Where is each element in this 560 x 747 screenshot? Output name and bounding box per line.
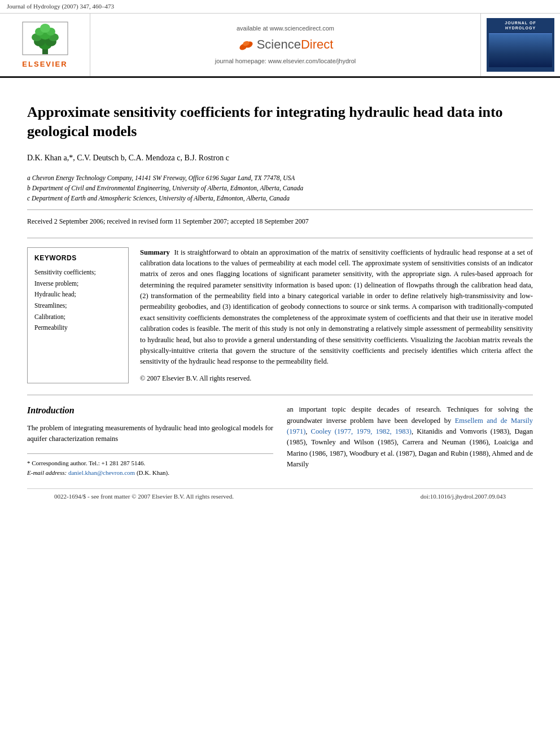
authors-line: D.K. Khan a,*, C.V. Deutsch b, C.A. Mend… — [27, 152, 533, 164]
journal-cover-block: JOURNAL OF HYDROLOGY — [481, 14, 560, 76]
sciencedirect-text: ScienceDirect — [257, 36, 334, 54]
intro-left-col: Introduction The problem of integrating … — [27, 404, 273, 477]
main-content: Approximate sensitivity coefficients for… — [0, 78, 560, 516]
elsevier-tree-icon — [20, 20, 71, 57]
ref-cooley: Cooley (1977, 1979, 1982, 1983) — [311, 427, 412, 435]
intro-section-title: Introduction — [27, 404, 273, 417]
article-title: Approximate sensitivity coefficients for… — [27, 103, 533, 141]
doi-text: doi:10.1016/j.jhydrol.2007.09.043 — [421, 492, 506, 501]
affiliation-c: c Department of Earth and Atmospheric Sc… — [27, 193, 533, 203]
corresponding-author-note: * Corresponding author. Tel.: +1 281 287… — [27, 458, 273, 468]
svg-point-9 — [40, 24, 50, 33]
intro-text-right: an important topic despite decades of re… — [287, 404, 533, 470]
email-label: E-mail address: — [27, 469, 68, 476]
issn-text: 0022-1694/$ - see front matter © 2007 El… — [54, 492, 234, 501]
keywords-title: KEYWORDS — [34, 254, 121, 263]
summary-box: Summary It is straightforward to obtain … — [140, 247, 533, 384]
affiliations-block: a Chevron Energy Technology Company, 141… — [27, 173, 533, 204]
divider-1 — [27, 209, 533, 210]
email-note: E-mail address: daniel.khan@chevron.com … — [27, 468, 273, 478]
affiliation-b: b Department of Civil and Environmental … — [27, 183, 533, 193]
footnote-section: * Corresponding author. Tel.: +1 281 287… — [27, 453, 273, 477]
summary-text: It is straightforward to obtain an appro… — [140, 248, 533, 366]
divider-3 — [27, 395, 533, 395]
keyword-4: Streamlines; — [34, 300, 121, 312]
bottom-bar: 0022-1694/$ - see front matter © 2007 El… — [27, 488, 533, 504]
journal-header: ELSEVIER available at www.sciencedirect.… — [0, 14, 560, 78]
summary-label: Summary — [140, 248, 170, 256]
introduction-section: Introduction The problem of integrating … — [27, 404, 533, 477]
elsevier-brand-text: ELSEVIER — [22, 59, 67, 69]
divider-2 — [27, 238, 533, 238]
available-text: available at www.sciencedirect.com — [237, 24, 334, 33]
keyword-5: Calibration; — [34, 312, 121, 323]
keywords-list: Sensitivity coefficients; Inverse proble… — [34, 267, 121, 333]
abstract-section: KEYWORDS Sensitivity coefficients; Inver… — [27, 247, 533, 384]
sciencedirect-block: available at www.sciencedirect.com Scien… — [90, 14, 481, 76]
intro-text-left: The problem of integrating measurements … — [27, 423, 273, 445]
sciencedirect-logo: ScienceDirect — [238, 36, 334, 54]
journal-homepage-text: journal homepage: www.elsevier.com/locat… — [215, 57, 356, 65]
keyword-2: Inverse problem; — [34, 278, 121, 290]
received-line: Received 2 September 2006; received in r… — [27, 217, 533, 226]
copyright-text: © 2007 Elsevier B.V. All rights reserved… — [140, 373, 533, 384]
email-value: daniel.khan@chevron.com — [68, 469, 135, 476]
keyword-3: Hydraulic head; — [34, 289, 121, 300]
elsevier-logo-block: ELSEVIER — [0, 14, 90, 76]
affiliation-a: a Chevron Energy Technology Company, 141… — [27, 173, 533, 183]
keywords-box: KEYWORDS Sensitivity coefficients; Inver… — [27, 247, 129, 384]
journal-cover-art — [489, 33, 552, 67]
keyword-1: Sensitivity coefficients; — [34, 267, 121, 278]
journal-cover-title: JOURNAL OF HYDROLOGY — [489, 20, 552, 30]
email-attribution: (D.K. Khan). — [135, 469, 169, 476]
and-connector: and — [514, 449, 524, 457]
intro-right-col: an important topic despite decades of re… — [287, 404, 533, 477]
sciencedirect-icon — [238, 39, 255, 51]
journal-ref-text: Journal of Hydrology (2007) 347, 460–473 — [7, 3, 114, 10]
journal-reference: Journal of Hydrology (2007) 347, 460–473 — [0, 0, 560, 14]
journal-cover-image: JOURNAL OF HYDROLOGY — [487, 18, 554, 72]
keyword-6: Permeability — [34, 322, 121, 334]
authors-text: D.K. Khan a,*, C.V. Deutsch b, C.A. Mend… — [27, 154, 229, 162]
